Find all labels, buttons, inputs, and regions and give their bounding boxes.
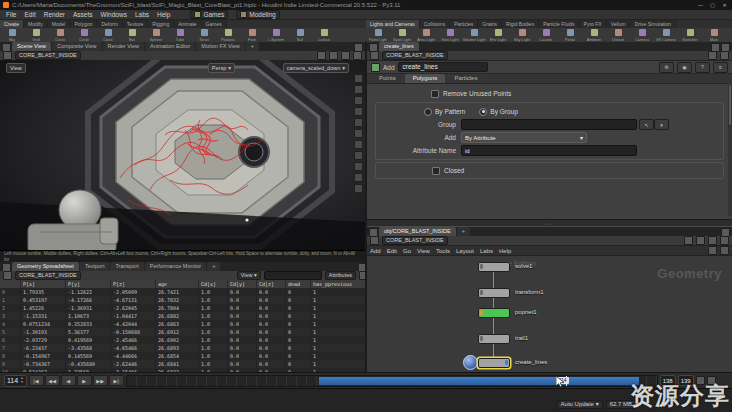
- cell[interactable]: 1: [311, 328, 366, 336]
- cell[interactable]: 1: [311, 288, 366, 296]
- shelf-tool[interactable]: Platonic: [216, 28, 240, 42]
- cell[interactable]: 1: [311, 296, 366, 304]
- shelf-tool[interactable]: Volume Light: [462, 28, 486, 42]
- tab-animation-editor[interactable]: Animation Editor: [145, 42, 195, 51]
- network-snap-icon[interactable]: [708, 246, 717, 255]
- home-icon[interactable]: [370, 236, 379, 245]
- parameter-node-path[interactable]: CORE_BLAST_INSIDE: [382, 51, 448, 60]
- node-body[interactable]: [478, 358, 510, 368]
- closed-checkbox[interactable]: [432, 167, 440, 175]
- table-row[interactable]: 40.07512340.352833-4.4204426.68631.00.00…: [0, 320, 365, 328]
- cell[interactable]: 0.0751234: [21, 320, 66, 328]
- add-pane-tab-button[interactable]: +: [457, 227, 470, 236]
- snap-options-icon[interactable]: [354, 129, 363, 138]
- shelf-tab[interactable]: Grains: [478, 20, 502, 28]
- cell[interactable]: 0.0: [228, 328, 257, 336]
- cell[interactable]: 0.0: [257, 320, 286, 328]
- cell[interactable]: 1: [311, 304, 366, 312]
- shelf-tool[interactable]: Circle: [72, 28, 96, 42]
- point-number[interactable]: 5: [0, 328, 21, 336]
- cell[interactable]: -4.17266: [66, 296, 111, 304]
- cell[interactable]: 26.6912: [156, 328, 199, 336]
- cell[interactable]: 1.0: [199, 336, 228, 344]
- network-menu-item[interactable]: Labs: [480, 248, 493, 254]
- timeline-track[interactable]: 114: [126, 375, 658, 387]
- cell[interactable]: 0: [286, 288, 311, 296]
- shelf-tool[interactable]: Grid: [24, 28, 48, 42]
- network-menu-item[interactable]: View: [417, 248, 430, 254]
- cell[interactable]: 1: [311, 312, 366, 320]
- cell[interactable]: 5.36377: [66, 328, 111, 336]
- cell[interactable]: -2.45466: [111, 336, 156, 344]
- shelf-tool[interactable]: Sky Light: [510, 28, 534, 42]
- shelf-tab[interactable]: Texture: [123, 20, 148, 28]
- spreadsheet-table[interactable]: P[x]P[y]P[z]ageCd[x]Cd[y]Cd[z]deadhas_pp…: [0, 280, 365, 372]
- cell[interactable]: -0.154967: [21, 352, 66, 360]
- shelf-tab[interactable]: Polygon: [70, 20, 97, 28]
- playback-button[interactable]: ◀◀: [45, 375, 60, 386]
- minimize-button[interactable]: —: [696, 2, 705, 9]
- select-tool-icon[interactable]: [354, 74, 363, 83]
- spreadsheet-node-path[interactable]: CORE_BLAST_INSIDE: [15, 271, 81, 280]
- cell[interactable]: -1.15331: [21, 312, 66, 320]
- tab-motionfx-view[interactable]: Motion FX View: [196, 42, 244, 51]
- cell[interactable]: 0.419569: [66, 336, 111, 344]
- shelf-tool[interactable]: Geo Light: [438, 28, 462, 42]
- cell[interactable]: 0.0: [228, 312, 257, 320]
- handles-tool-icon[interactable]: [354, 118, 363, 127]
- cell[interactable]: 0.0: [257, 336, 286, 344]
- shelf-tool[interactable]: L-System: [264, 28, 288, 42]
- menu-item[interactable]: Windows: [101, 11, 127, 18]
- network-color-icon[interactable]: [708, 236, 717, 245]
- table-row[interactable]: 10.453197-4.17266-4.6713126.78321.00.00.…: [0, 296, 365, 304]
- point-number[interactable]: 4: [0, 320, 21, 328]
- column-header[interactable]: P[x]: [21, 280, 66, 288]
- cell[interactable]: 1.45226: [21, 304, 66, 312]
- pane-splitter-horizontal[interactable]: ⋯: [367, 219, 732, 227]
- current-frame-field[interactable]: 114 ▲ ▼: [4, 375, 27, 387]
- network-menu-item[interactable]: Add: [370, 248, 381, 254]
- spin-down-icon[interactable]: ▼: [20, 381, 23, 385]
- point-number[interactable]: 6: [0, 336, 21, 344]
- cell[interactable]: 0.0: [257, 296, 286, 304]
- tab-parameters[interactable]: create_lines: [379, 42, 419, 51]
- cell[interactable]: 0.0: [228, 320, 257, 328]
- viewport-canvas[interactable]: View Persp ▾ camera_scaled_down ▾: [0, 60, 365, 250]
- select-mode-icon[interactable]: [329, 51, 338, 60]
- point-number[interactable]: 3: [0, 312, 21, 320]
- cell[interactable]: 0: [286, 336, 311, 344]
- cell[interactable]: 0: [286, 304, 311, 312]
- viewport-path[interactable]: CORE_BLAST_INSIDE: [15, 51, 81, 60]
- cell[interactable]: -1.30193: [21, 328, 66, 336]
- shelf-tool[interactable]: Tube: [168, 28, 192, 42]
- by-pattern-radio[interactable]: [424, 108, 432, 116]
- cell[interactable]: 1.0: [199, 288, 228, 296]
- cell[interactable]: 1.0: [199, 304, 228, 312]
- cell[interactable]: 0: [286, 296, 311, 304]
- shelf-tool[interactable]: Box: [120, 28, 144, 42]
- shelf-tab[interactable]: Games: [202, 20, 227, 28]
- cell[interactable]: -2.03729: [21, 336, 66, 344]
- cell[interactable]: 0: [286, 312, 311, 320]
- shelf-tool[interactable]: Ambient: [582, 28, 606, 42]
- tab-geometry-spreadsheet[interactable]: Geometry Spreadsheet: [12, 262, 79, 271]
- cell[interactable]: 1: [311, 352, 366, 360]
- network-node-trail1[interactable]: trail1: [478, 334, 528, 344]
- menu-item[interactable]: Labs: [135, 11, 149, 18]
- cell[interactable]: 26.6854: [156, 352, 199, 360]
- network-node-popnet1[interactable]: popnet1: [478, 308, 537, 318]
- cell[interactable]: 26.6882: [156, 312, 199, 320]
- cell[interactable]: 1: [311, 360, 366, 368]
- cell[interactable]: -1.12622: [66, 288, 111, 296]
- table-row[interactable]: 7-6.23437-3.43568-4.6546626.68931.00.00.…: [0, 344, 365, 352]
- shelf-tool[interactable]: Null: [288, 28, 312, 42]
- frame-spinner[interactable]: ▲ ▼: [20, 377, 23, 384]
- shelf-tool[interactable]: Area Light: [414, 28, 438, 42]
- help-icon[interactable]: ?: [695, 62, 710, 73]
- point-number[interactable]: 2: [0, 304, 21, 312]
- cell[interactable]: 0.352833: [66, 320, 111, 328]
- cell[interactable]: 0.0: [228, 304, 257, 312]
- cell[interactable]: 1.0: [199, 344, 228, 352]
- network-overview-icon[interactable]: [684, 236, 693, 245]
- shelf-tab[interactable]: Modify: [24, 20, 48, 28]
